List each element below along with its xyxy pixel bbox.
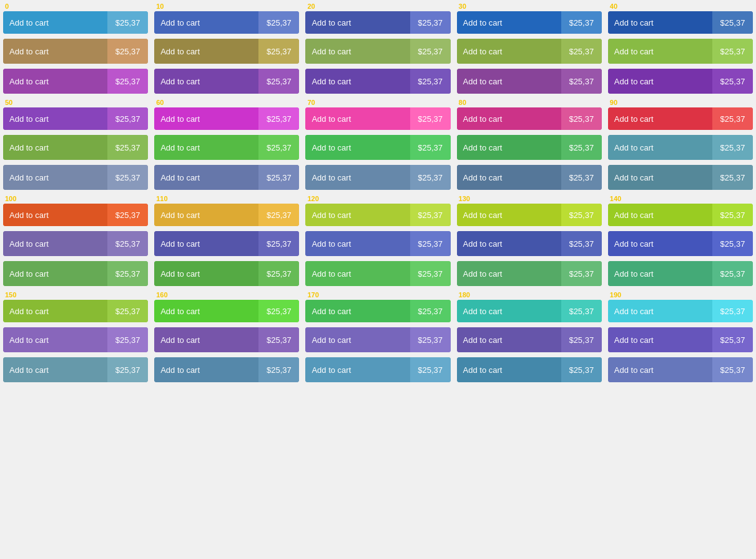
add-to-cart-button-47[interactable]: Add to cart$25,37 (305, 300, 450, 322)
add-to-cart-button-59[interactable]: Add to cart$25,37 (608, 357, 753, 382)
cart-label-52: Add to cart (305, 327, 410, 352)
add-to-cart-button-6[interactable]: Add to cart$25,37 (154, 39, 299, 64)
row-label-110: 110 (156, 195, 167, 202)
add-to-cart-button-53[interactable]: Add to cart$25,37 (457, 327, 602, 352)
cart-label-27: Add to cart (305, 165, 410, 190)
cart-price-54: $25,37 (712, 327, 753, 352)
add-to-cart-button-51[interactable]: Add to cart$25,37 (154, 327, 299, 352)
add-to-cart-button-24[interactable]: Add to cart$25,37 (608, 135, 753, 160)
add-to-cart-button-29[interactable]: Add to cart$25,37 (608, 165, 753, 190)
add-to-cart-button-36[interactable]: Add to cart$25,37 (154, 231, 299, 256)
add-to-cart-button-20[interactable]: Add to cart$25,37 (3, 135, 148, 160)
grid-cell-18: 80Add to cart$25,37 (454, 96, 605, 132)
add-to-cart-button-12[interactable]: Add to cart$25,37 (305, 69, 450, 94)
cart-price-40: $25,37 (107, 261, 148, 286)
cart-price-3: $25,37 (561, 11, 602, 34)
add-to-cart-button-22[interactable]: Add to cart$25,37 (305, 135, 450, 160)
add-to-cart-button-2[interactable]: Add to cart$25,37 (305, 11, 450, 34)
add-to-cart-button-41[interactable]: Add to cart$25,37 (154, 261, 299, 286)
cart-label-18: Add to cart (457, 107, 561, 130)
cart-label-30: Add to cart (3, 204, 107, 226)
add-to-cart-button-13[interactable]: Add to cart$25,37 (457, 69, 602, 94)
add-to-cart-button-10[interactable]: Add to cart$25,37 (3, 69, 148, 94)
cart-price-5: $25,37 (107, 39, 148, 64)
add-to-cart-button-18[interactable]: Add to cart$25,37 (457, 107, 602, 130)
add-to-cart-button-48[interactable]: Add to cart$25,37 (457, 300, 602, 322)
add-to-cart-button-0[interactable]: Add to cart$25,37 (3, 11, 148, 34)
cart-label-0: Add to cart (3, 11, 107, 34)
add-to-cart-button-54[interactable]: Add to cart$25,37 (608, 327, 753, 352)
add-to-cart-button-40[interactable]: Add to cart$25,37 (3, 261, 148, 286)
cart-label-43: Add to cart (457, 261, 561, 286)
add-to-cart-button-26[interactable]: Add to cart$25,37 (154, 165, 299, 190)
grid-cell-39: Add to cart$25,37 (605, 229, 756, 259)
grid-cell-14: Add to cart$25,37 (605, 66, 756, 96)
row-label-160: 160 (156, 291, 167, 299)
add-to-cart-button-35[interactable]: Add to cart$25,37 (3, 231, 148, 256)
add-to-cart-button-38[interactable]: Add to cart$25,37 (457, 231, 602, 256)
grid-cell-56: Add to cart$25,37 (151, 355, 302, 385)
add-to-cart-button-25[interactable]: Add to cart$25,37 (3, 165, 148, 190)
grid-cell-22: Add to cart$25,37 (302, 132, 453, 162)
add-to-cart-button-39[interactable]: Add to cart$25,37 (608, 231, 753, 256)
add-to-cart-button-4[interactable]: Add to cart$25,37 (608, 11, 753, 34)
cart-price-0: $25,37 (107, 11, 148, 34)
cart-price-53: $25,37 (561, 327, 602, 352)
add-to-cart-button-44[interactable]: Add to cart$25,37 (608, 261, 753, 286)
cart-price-28: $25,37 (561, 165, 602, 190)
grid-cell-40: Add to cart$25,37 (0, 259, 151, 289)
add-to-cart-button-58[interactable]: Add to cart$25,37 (457, 357, 602, 382)
add-to-cart-button-56[interactable]: Add to cart$25,37 (154, 357, 299, 382)
grid-cell-54: Add to cart$25,37 (605, 325, 756, 355)
cart-label-58: Add to cart (457, 357, 561, 382)
add-to-cart-button-3[interactable]: Add to cart$25,37 (457, 11, 602, 34)
grid-cell-13: Add to cart$25,37 (454, 66, 605, 96)
add-to-cart-button-15[interactable]: Add to cart$25,37 (3, 107, 148, 130)
add-to-cart-button-37[interactable]: Add to cart$25,37 (305, 231, 450, 256)
add-to-cart-button-1[interactable]: Add to cart$25,37 (154, 11, 299, 34)
add-to-cart-button-33[interactable]: Add to cart$25,37 (457, 204, 602, 226)
cart-label-20: Add to cart (3, 135, 107, 160)
add-to-cart-button-8[interactable]: Add to cart$25,37 (457, 39, 602, 64)
add-to-cart-button-42[interactable]: Add to cart$25,37 (305, 261, 450, 286)
add-to-cart-button-17[interactable]: Add to cart$25,37 (305, 107, 450, 130)
add-to-cart-button-16[interactable]: Add to cart$25,37 (154, 107, 299, 130)
cart-label-9: Add to cart (608, 39, 712, 64)
add-to-cart-button-27[interactable]: Add to cart$25,37 (305, 165, 450, 190)
add-to-cart-button-11[interactable]: Add to cart$25,37 (154, 69, 299, 94)
cart-label-47: Add to cart (305, 300, 410, 322)
add-to-cart-button-19[interactable]: Add to cart$25,37 (608, 107, 753, 130)
add-to-cart-button-57[interactable]: Add to cart$25,37 (305, 357, 450, 382)
add-to-cart-button-21[interactable]: Add to cart$25,37 (154, 135, 299, 160)
cart-label-19: Add to cart (608, 107, 712, 130)
add-to-cart-button-43[interactable]: Add to cart$25,37 (457, 261, 602, 286)
cart-price-55: $25,37 (107, 357, 148, 382)
add-to-cart-button-46[interactable]: Add to cart$25,37 (154, 300, 299, 322)
add-to-cart-button-5[interactable]: Add to cart$25,37 (3, 39, 148, 64)
add-to-cart-button-52[interactable]: Add to cart$25,37 (305, 327, 450, 352)
add-to-cart-button-30[interactable]: Add to cart$25,37 (3, 204, 148, 226)
row-label-150: 150 (5, 291, 16, 299)
add-to-cart-button-31[interactable]: Add to cart$25,37 (154, 204, 299, 226)
add-to-cart-button-49[interactable]: Add to cart$25,37 (608, 300, 753, 322)
add-to-cart-button-7[interactable]: Add to cart$25,37 (305, 39, 450, 64)
add-to-cart-button-45[interactable]: Add to cart$25,37 (3, 300, 148, 322)
row-label-50: 50 (5, 99, 12, 106)
add-to-cart-button-55[interactable]: Add to cart$25,37 (3, 357, 148, 382)
grid-cell-8: Add to cart$25,37 (454, 36, 605, 66)
add-to-cart-button-34[interactable]: Add to cart$25,37 (608, 204, 753, 226)
grid-cell-4: 40Add to cart$25,37 (605, 0, 756, 36)
cart-price-17: $25,37 (410, 107, 451, 130)
add-to-cart-button-9[interactable]: Add to cart$25,37 (608, 39, 753, 64)
add-to-cart-button-23[interactable]: Add to cart$25,37 (457, 135, 602, 160)
add-to-cart-button-14[interactable]: Add to cart$25,37 (608, 69, 753, 94)
add-to-cart-button-50[interactable]: Add to cart$25,37 (3, 327, 148, 352)
row-label-20: 20 (307, 2, 315, 10)
grid-cell-21: Add to cart$25,37 (151, 132, 302, 162)
grid-cell-25: Add to cart$25,37 (0, 162, 151, 192)
add-to-cart-button-32[interactable]: Add to cart$25,37 (305, 204, 450, 226)
add-to-cart-button-28[interactable]: Add to cart$25,37 (457, 165, 602, 190)
cart-label-45: Add to cart (3, 300, 107, 322)
cart-price-57: $25,37 (410, 357, 451, 382)
grid-cell-31: 110Add to cart$25,37 (151, 192, 302, 229)
